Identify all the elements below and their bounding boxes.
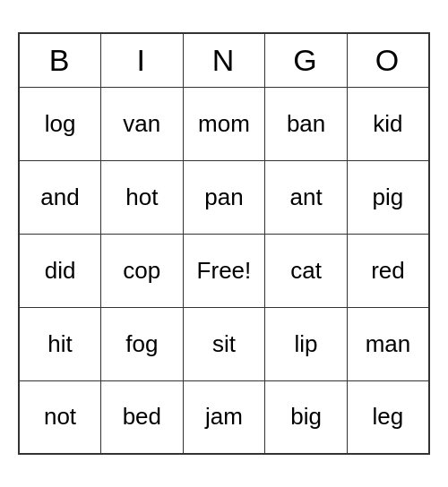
header-col-n: N (183, 33, 265, 87)
cell-r3-c2: sit (183, 307, 265, 380)
cell-r1-c2: pan (183, 160, 265, 234)
header-col-b: B (19, 33, 101, 87)
table-row: notbedjambigleg (19, 380, 429, 454)
table-row: didcopFree!catred (19, 234, 429, 307)
cell-r3-c1: fog (101, 307, 184, 380)
cell-r3-c4: man (347, 307, 429, 380)
cell-r1-c0: and (19, 160, 101, 234)
table-row: logvanmombankid (19, 87, 429, 160)
cell-r3-c3: lip (265, 307, 348, 380)
cell-r0-c1: van (101, 87, 184, 160)
cell-r4-c1: bed (101, 380, 184, 454)
cell-r2-c2: Free! (183, 234, 265, 307)
header-col-i: I (101, 33, 184, 87)
cell-r4-c3: big (265, 380, 348, 454)
bingo-body: logvanmombankidandhotpanantpigdidcopFree… (19, 87, 429, 454)
cell-r0-c3: ban (265, 87, 348, 160)
header-col-g: G (265, 33, 348, 87)
cell-r2-c3: cat (265, 234, 348, 307)
cell-r1-c4: pig (347, 160, 429, 234)
cell-r0-c2: mom (183, 87, 265, 160)
cell-r4-c4: leg (347, 380, 429, 454)
cell-r2-c4: red (347, 234, 429, 307)
header-row: BINGO (19, 33, 429, 87)
bingo-header: BINGO (19, 33, 429, 87)
cell-r0-c0: log (19, 87, 101, 160)
bingo-card: BINGO logvanmombankidandhotpanantpigdidc… (18, 32, 430, 455)
cell-r2-c1: cop (101, 234, 184, 307)
cell-r1-c3: ant (265, 160, 348, 234)
cell-r2-c0: did (19, 234, 101, 307)
cell-r4-c0: not (19, 380, 101, 454)
cell-r1-c1: hot (101, 160, 184, 234)
table-row: andhotpanantpig (19, 160, 429, 234)
table-row: hitfogsitlipman (19, 307, 429, 380)
cell-r3-c0: hit (19, 307, 101, 380)
header-col-o: O (347, 33, 429, 87)
cell-r4-c2: jam (183, 380, 265, 454)
cell-r0-c4: kid (347, 87, 429, 160)
